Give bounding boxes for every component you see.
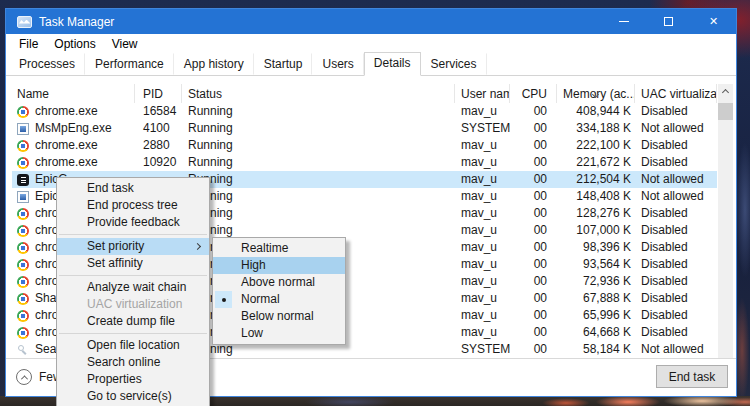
- tab-processes[interactable]: Processes: [9, 53, 85, 75]
- menu-item-label: End process tree: [87, 198, 178, 212]
- cell-name: chrome.exe: [12, 103, 135, 120]
- tab-services[interactable]: Services: [421, 53, 487, 75]
- scroll-thumb[interactable]: [718, 103, 733, 120]
- chrome-icon: [17, 242, 29, 254]
- cell-cpu: 00: [510, 239, 557, 256]
- cell-status: Running: [182, 120, 455, 137]
- context-menu-item-end-process-tree[interactable]: End process tree: [57, 197, 209, 214]
- context-menu: End taskEnd process treeProvide feedback…: [56, 177, 210, 406]
- cell-cpu: 00: [510, 171, 557, 188]
- context-menu-item-provide-feedback[interactable]: Provide feedback: [57, 214, 209, 231]
- cell-uac: Disabled: [635, 290, 717, 307]
- menu-view[interactable]: View: [104, 34, 146, 53]
- cell-user: mav_u: [455, 205, 510, 222]
- priority-option-low[interactable]: Low: [213, 325, 345, 342]
- table-row[interactable]: chrome.exe16584Runningmav_u00408,944 KDi…: [12, 103, 717, 120]
- minimize-button[interactable]: [601, 9, 646, 34]
- cell-uac: Not allowed: [635, 188, 717, 205]
- priority-option-normal[interactable]: Normal: [213, 291, 345, 308]
- menu-item-label: End task: [87, 181, 134, 195]
- column-header-status[interactable]: Status: [182, 84, 455, 103]
- cell-pid: 2880: [135, 137, 182, 154]
- menu-separator: [59, 234, 207, 235]
- cell-cpu: 00: [510, 103, 557, 120]
- menu-item-label: High: [241, 258, 266, 272]
- scroll-up-button[interactable]: [718, 84, 733, 101]
- chevron-up-icon: [20, 375, 27, 382]
- maximize-icon: [664, 17, 673, 26]
- cell-cpu: 00: [510, 290, 557, 307]
- context-menu-item-go-to-service-s[interactable]: Go to service(s): [57, 388, 209, 405]
- context-menu-item-end-task[interactable]: End task: [57, 180, 209, 197]
- cell-cpu: 00: [510, 154, 557, 171]
- end-task-button[interactable]: End task: [656, 365, 728, 388]
- close-button[interactable]: ✕: [691, 9, 736, 34]
- column-header-user-name[interactable]: User name: [455, 84, 510, 103]
- tab-app-history[interactable]: App history: [174, 53, 254, 75]
- process-name: chrome.exe: [35, 137, 98, 154]
- task-manager-icon[interactable]: [17, 16, 32, 28]
- menu-item-label: Set priority: [87, 239, 144, 253]
- cell-user: mav_u: [455, 307, 510, 324]
- priority-option-below-normal[interactable]: Below normal: [213, 308, 345, 325]
- table-row[interactable]: chrome.exe2880Runningmav_u00222,100 KDis…: [12, 137, 717, 154]
- app-icon: [17, 191, 29, 203]
- column-label: User name: [461, 87, 510, 101]
- menu-item-label: Below normal: [241, 309, 314, 323]
- tab-startup[interactable]: Startup: [254, 53, 313, 75]
- cell-memory: 72,936 K: [557, 273, 635, 290]
- radio-selected-icon: [215, 291, 232, 308]
- cell-memory: 58,184 K: [557, 341, 635, 357]
- tab-users[interactable]: Users: [312, 53, 363, 75]
- table-row[interactable]: chrome.exe10920Runningmav_u00221,672 KDi…: [12, 154, 717, 171]
- context-menu-item-analyze-wait-chain[interactable]: Analyze wait chain: [57, 279, 209, 296]
- context-menu-item-open-file-location[interactable]: Open file location: [57, 337, 209, 354]
- menu-options[interactable]: Options: [46, 34, 103, 53]
- column-header-cpu[interactable]: CPU: [510, 84, 557, 103]
- close-icon: ✕: [709, 16, 718, 27]
- cell-user: mav_u: [455, 324, 510, 341]
- cell-uac: Not allowed: [635, 120, 717, 137]
- cell-cpu: 00: [510, 324, 557, 341]
- cell-name: chrome.exe: [12, 154, 135, 171]
- priority-submenu: RealtimeHighAbove normalNormalBelow norm…: [212, 237, 346, 345]
- context-menu-item-create-dump-file[interactable]: Create dump file: [57, 313, 209, 330]
- context-menu-item-search-online[interactable]: Search online: [57, 354, 209, 371]
- table-row[interactable]: MsMpEng.exe4100RunningSYSTEM00334,188 KN…: [12, 120, 717, 137]
- menu-item-label: Low: [241, 326, 263, 340]
- cell-memory: 98,396 K: [557, 239, 635, 256]
- chevron-up-circle-icon: [16, 369, 32, 385]
- cell-cpu: 00: [510, 137, 557, 154]
- column-header-memory-ac[interactable]: Memory (ac...: [557, 84, 635, 103]
- chevron-down-icon: [591, 91, 598, 98]
- menu-item-label: Analyze wait chain: [87, 280, 186, 294]
- chevron-up-icon: [722, 89, 729, 96]
- cell-uac: Not allowed: [635, 171, 717, 188]
- chrome-icon: [17, 157, 29, 169]
- title-bar[interactable]: Task Manager ✕: [6, 9, 736, 34]
- context-menu-item-set-priority[interactable]: Set priority: [57, 238, 209, 255]
- context-menu-item-properties[interactable]: Properties: [57, 371, 209, 388]
- cell-pid: 4100: [135, 120, 182, 137]
- menu-item-label: Above normal: [241, 275, 315, 289]
- priority-option-high[interactable]: High: [213, 257, 345, 274]
- tab-performance[interactable]: Performance: [85, 53, 174, 75]
- column-header-pid[interactable]: PID: [135, 84, 182, 103]
- priority-option-above-normal[interactable]: Above normal: [213, 274, 345, 291]
- column-label: CPU: [522, 87, 547, 101]
- cell-name: MsMpEng.exe: [12, 120, 135, 137]
- cell-memory: 65,996 K: [557, 307, 635, 324]
- context-menu-item-set-affinity[interactable]: Set affinity: [57, 255, 209, 272]
- column-header-name[interactable]: Name: [12, 84, 135, 103]
- menu-file[interactable]: File: [11, 34, 46, 53]
- cell-uac: Disabled: [635, 137, 717, 154]
- cell-name: chrome.exe: [12, 137, 135, 154]
- cell-uac: Disabled: [635, 324, 717, 341]
- desktop-background: Task Manager ✕ FileOptionsView Processes…: [0, 0, 750, 406]
- priority-option-realtime[interactable]: Realtime: [213, 240, 345, 257]
- scrollbar[interactable]: [718, 84, 733, 358]
- tab-details[interactable]: Details: [364, 52, 421, 76]
- menu-item-label: Provide feedback: [87, 215, 180, 229]
- column-header-uac-virtualizati[interactable]: UAC virtualizati...: [635, 84, 717, 103]
- maximize-button[interactable]: [646, 9, 691, 34]
